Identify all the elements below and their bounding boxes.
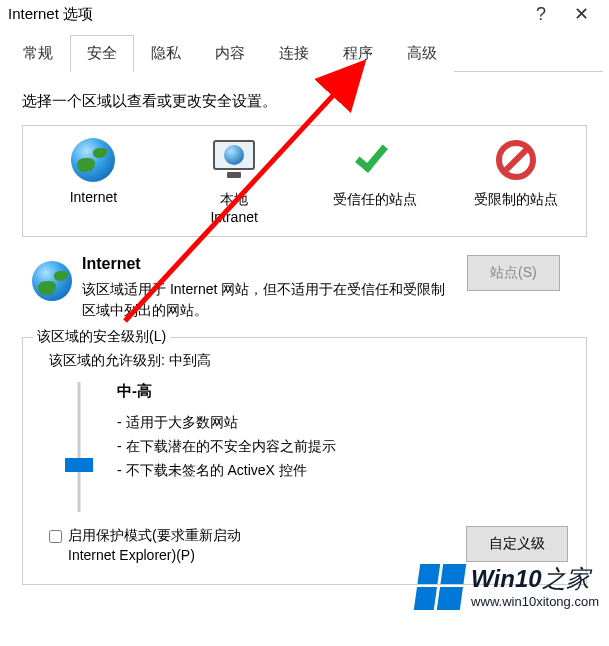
protected-mode-label: 启用保护模式(要求重新启动 Internet Explorer)(P) [68,526,278,565]
slider-thumb[interactable] [65,458,93,472]
zone-label: Internet [25,188,162,206]
selected-zone-desc: 该区域适用于 Internet 网站，但不适用于在受信任和受限制区域中列出的网站… [82,279,457,321]
zone-prompt: 选择一个区域以查看或更改安全设置。 [22,92,587,111]
tab-常规[interactable]: 常规 [6,35,70,72]
watermark-suffix: 之家 [542,565,590,592]
help-button[interactable]: ? [521,4,561,25]
zone-restricted-sites[interactable]: 受限制的站点 [445,130,586,232]
zone-label: 受限制的站点 [447,190,584,208]
check-icon [355,140,395,180]
zone-label: 受信任的站点 [307,190,444,208]
tab-高级[interactable]: 高级 [390,35,454,72]
level-name: 中-高 [117,382,568,401]
tab-连接[interactable]: 连接 [262,35,326,72]
forbidden-icon [496,140,536,180]
level-bullet: 在下载潜在的不安全内容之前提示 [117,435,568,459]
windows-logo-icon [414,564,466,610]
security-level-group: 该区域的安全级别(L) 该区域的允许级别: 中到高 中-高 适用于大多数网站在下… [22,337,587,584]
tab-strip: 常规安全隐私内容连接程序高级 [6,34,603,72]
security-level-slider[interactable] [59,382,99,512]
globe-icon [32,261,72,301]
monitor-icon [213,140,255,170]
globe-icon [71,138,115,182]
watermark-main: Win10 [471,565,541,592]
close-button[interactable]: ✕ [561,3,601,25]
tab-内容[interactable]: 内容 [198,35,262,72]
level-bullet: 适用于大多数网站 [117,411,568,435]
custom-level-button[interactable]: 自定义级 [466,526,568,562]
tab-安全[interactable]: 安全 [70,35,134,72]
tab-程序[interactable]: 程序 [326,35,390,72]
watermark-url: www.win10xitong.com [471,595,599,608]
window-title: Internet 选项 [8,5,521,24]
zone-local-intranet[interactable]: 本地Intranet [164,130,305,232]
watermark: Win10之家 www.win10xitong.com [417,564,599,610]
protected-mode-checkbox[interactable]: 启用保护模式(要求重新启动 Internet Explorer)(P) [49,526,466,565]
security-level-legend: 该区域的安全级别(L) [33,328,170,346]
level-bullet: 不下载未签名的 ActiveX 控件 [117,459,568,483]
tab-隐私[interactable]: 隐私 [134,35,198,72]
sites-button[interactable]: 站点(S) [467,255,560,291]
zone-trusted-sites[interactable]: 受信任的站点 [305,130,446,232]
zone-internet[interactable]: Internet [23,130,164,232]
selected-zone-name: Internet [82,255,457,273]
zones-list: Internet 本地Intranet 受信任的站点 受限制的站点 [22,125,587,237]
allowed-level-text: 该区域的允许级别: 中到高 [49,352,568,370]
zone-label: 本地Intranet [166,190,303,226]
